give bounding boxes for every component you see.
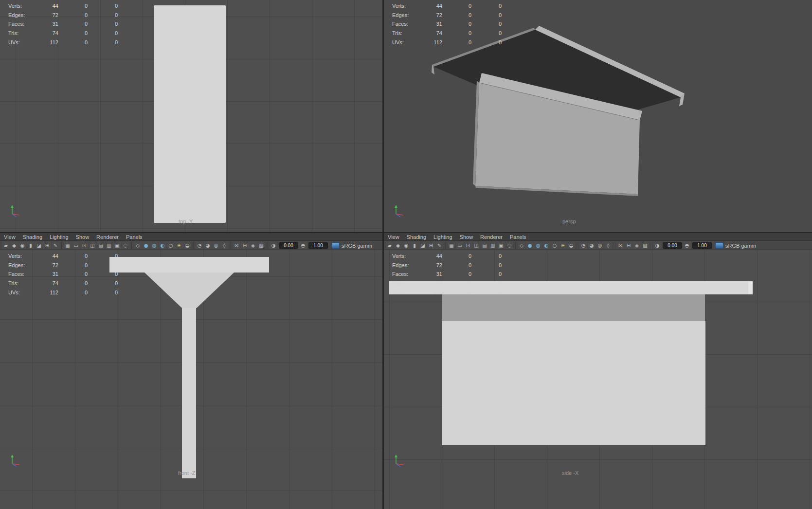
use-default-material-icon[interactable]: ○	[551, 242, 559, 249]
hud-toggle-icon[interactable]: ◌	[505, 242, 513, 249]
field-chart-icon[interactable]: ▤	[97, 242, 105, 249]
field-chart-icon[interactable]: ▤	[481, 242, 488, 249]
lock-camera-icon[interactable]: ◆	[10, 242, 18, 249]
safe-action-icon[interactable]: ▥	[105, 242, 113, 249]
isolate-select-icon[interactable]: ⊠	[233, 242, 240, 249]
textured-icon[interactable]: ◐	[159, 242, 166, 249]
menu-renderer[interactable]: Renderer	[96, 234, 119, 240]
exposure-field[interactable]: 0.00	[663, 242, 682, 249]
select-camera-icon[interactable]: ▰	[386, 242, 394, 249]
xray-joints-icon[interactable]: ◈	[249, 242, 257, 249]
menu-lighting[interactable]: Lighting	[433, 234, 452, 240]
multisample-icon[interactable]: ◎	[596, 242, 604, 249]
shadows-icon[interactable]: ◒	[183, 242, 191, 249]
colorspace-label[interactable]: sRGB gamm	[725, 243, 756, 249]
viewport-front-canvas[interactable]: Verts:4400Edges:7200Faces:3100Tris:7400U…	[0, 250, 382, 509]
camera-attributes-icon[interactable]: ◉	[18, 242, 26, 249]
use-default-material-icon[interactable]: ○	[167, 242, 175, 249]
camera-attributes-icon[interactable]: ◉	[402, 242, 410, 249]
mesh-side-bar-cap[interactable]	[748, 282, 753, 294]
colorspace-label[interactable]: sRGB gamm	[342, 243, 372, 249]
wireframe-icon[interactable]: ◇	[134, 242, 142, 249]
depth-of-field-icon[interactable]: ◊	[604, 242, 612, 249]
grid-icon[interactable]: ▦	[448, 242, 455, 249]
hud-count-total: 44	[34, 252, 58, 261]
image-plane-icon[interactable]: ◪	[35, 242, 43, 249]
wireframe-icon[interactable]: ◇	[518, 242, 525, 249]
plugin-shapes-icon[interactable]: ▧	[641, 242, 649, 249]
safe-action-icon[interactable]: ▥	[489, 242, 497, 249]
film-gate-icon[interactable]: ▭	[456, 242, 464, 249]
motion-blur-icon[interactable]: ◕	[588, 242, 595, 249]
motion-blur-icon[interactable]: ◕	[204, 242, 212, 249]
lighting-icon[interactable]: ☀	[175, 242, 183, 249]
hud-toggle-icon[interactable]: ◌	[122, 242, 129, 249]
isolate-select-icon[interactable]: ⊠	[616, 242, 624, 249]
viewport-top-canvas[interactable]: Verts:4400Edges:7200Faces:3100Tris:7400U…	[0, 0, 382, 232]
mesh-side-apron[interactable]	[442, 294, 705, 321]
shadows-icon[interactable]: ◒	[567, 242, 575, 249]
image-plane-icon[interactable]: ◪	[419, 242, 427, 249]
smooth-shade-icon[interactable]: ●	[526, 242, 534, 249]
view-transform-icon[interactable]	[715, 242, 723, 249]
mesh-front-stem[interactable]	[182, 308, 196, 478]
menu-shading[interactable]: Shading	[23, 234, 42, 240]
hud-row: Faces:3100	[0, 270, 146, 279]
smooth-shade-icon[interactable]: ●	[142, 242, 150, 249]
wireframe-on-shaded-icon[interactable]: ◍	[534, 242, 542, 249]
xray-joints-icon[interactable]: ◈	[633, 242, 641, 249]
mesh-top-view[interactable]	[154, 5, 226, 223]
gamma-icon[interactable]: ◓	[299, 242, 307, 249]
grid-icon[interactable]: ▦	[64, 242, 72, 249]
menu-view[interactable]: View	[4, 234, 16, 240]
bookmarks-icon[interactable]: ▮	[411, 242, 418, 249]
panel-menubar: ViewShadingLightingShowRendererPanels	[384, 233, 812, 241]
gamma-icon[interactable]: ◓	[683, 242, 691, 249]
exposure-field[interactable]: 0.00	[279, 242, 298, 249]
two-d-pan-zoom-icon[interactable]: ⊞	[43, 242, 51, 249]
menu-renderer[interactable]: Renderer	[480, 234, 503, 240]
resolution-gate-icon[interactable]: ⊡	[464, 242, 472, 249]
depth-of-field-icon[interactable]: ◊	[220, 242, 228, 249]
occlusion-icon[interactable]: ◔	[579, 242, 587, 249]
film-gate-icon[interactable]: ▭	[72, 242, 80, 249]
occlusion-icon[interactable]: ◔	[196, 242, 203, 249]
xray-icon[interactable]: ⊟	[241, 242, 249, 249]
exposure-icon[interactable]: ◑	[653, 242, 661, 249]
two-d-pan-zoom-icon[interactable]: ⊞	[427, 242, 435, 249]
menu-show[interactable]: Show	[460, 234, 473, 240]
viewport-persp-canvas[interactable]: Verts:4400Edges:7200Faces:3100Tris:7400U…	[384, 0, 812, 232]
exposure-icon[interactable]: ◑	[270, 242, 277, 249]
menu-shading[interactable]: Shading	[407, 234, 426, 240]
xray-icon[interactable]: ⊟	[625, 242, 632, 249]
textured-icon[interactable]: ◐	[542, 242, 550, 249]
bookmarks-icon[interactable]: ▮	[27, 242, 35, 249]
grease-pencil-icon[interactable]: ✎	[435, 242, 443, 249]
view-transform-icon[interactable]	[331, 242, 340, 249]
mesh-side-body[interactable]	[442, 321, 705, 445]
toolbar-separator	[61, 242, 62, 249]
menu-panels[interactable]: Panels	[126, 234, 143, 240]
poly-count-hud: Verts:4400Edges:7200Faces:3100Tris:7400U…	[384, 252, 530, 297]
wireframe-on-shaded-icon[interactable]: ◍	[150, 242, 158, 249]
gate-mask-icon[interactable]: ◫	[472, 242, 480, 249]
safe-title-icon[interactable]: ▣	[497, 242, 505, 249]
lock-camera-icon[interactable]: ◆	[394, 242, 402, 249]
gamma-field[interactable]: 1.00	[308, 242, 328, 249]
menu-panels[interactable]: Panels	[510, 234, 526, 240]
safe-title-icon[interactable]: ▣	[113, 242, 121, 249]
gate-mask-icon[interactable]: ◫	[89, 242, 96, 249]
menu-view[interactable]: View	[388, 234, 399, 240]
lighting-icon[interactable]: ☀	[559, 242, 567, 249]
grease-pencil-icon[interactable]: ✎	[52, 242, 59, 249]
resolution-gate-icon[interactable]: ⊡	[80, 242, 88, 249]
multisample-icon[interactable]: ◎	[212, 242, 220, 249]
hud-count-total: 72	[418, 261, 442, 270]
viewport-side-canvas[interactable]: Verts:4400Edges:7200Faces:3100Tris:7400U…	[384, 250, 812, 509]
menu-lighting[interactable]: Lighting	[50, 234, 69, 240]
menu-show[interactable]: Show	[76, 234, 90, 240]
select-camera-icon[interactable]: ▰	[2, 242, 10, 249]
mesh-front-taper[interactable]	[144, 273, 234, 308]
plugin-shapes-icon[interactable]: ▧	[257, 242, 265, 249]
gamma-field[interactable]: 1.00	[692, 242, 712, 249]
